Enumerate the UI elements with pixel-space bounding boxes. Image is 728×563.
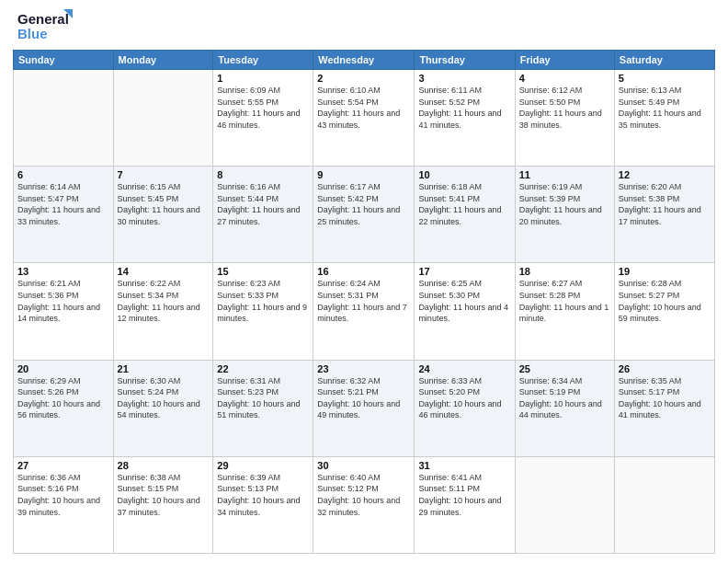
day-number: 1: [217, 73, 309, 84]
day-info: Sunrise: 6:20 AM Sunset: 5:38 PM Dayligh…: [619, 181, 711, 227]
day-number: 5: [619, 73, 711, 84]
day-info: Sunrise: 6:41 AM Sunset: 5:11 PM Dayligh…: [418, 472, 510, 518]
day-number: 2: [317, 73, 410, 84]
day-number: 29: [217, 460, 309, 471]
day-number: 17: [418, 266, 510, 277]
day-info: Sunrise: 6:32 AM Sunset: 5:21 PM Dayligh…: [317, 375, 410, 421]
week-row-1: 1Sunrise: 6:09 AM Sunset: 5:55 PM Daylig…: [14, 70, 715, 167]
day-info: Sunrise: 6:27 AM Sunset: 5:28 PM Dayligh…: [519, 278, 610, 324]
day-number: 16: [317, 266, 410, 277]
weekday-header-thursday: Thursday: [415, 51, 515, 70]
day-number: 15: [217, 266, 309, 277]
day-info: Sunrise: 6:15 AM Sunset: 5:45 PM Dayligh…: [118, 181, 210, 227]
day-info: Sunrise: 6:22 AM Sunset: 5:34 PM Dayligh…: [118, 278, 210, 324]
day-info: Sunrise: 6:12 AM Sunset: 5:50 PM Dayligh…: [519, 85, 610, 131]
day-number: 6: [17, 169, 109, 180]
calendar-cell: 7Sunrise: 6:15 AM Sunset: 5:45 PM Daylig…: [113, 167, 213, 263]
svg-text:General: General: [17, 11, 69, 27]
day-info: Sunrise: 6:13 AM Sunset: 5:49 PM Dayligh…: [619, 85, 711, 131]
day-number: 9: [317, 169, 410, 180]
day-info: Sunrise: 6:33 AM Sunset: 5:20 PM Dayligh…: [418, 375, 510, 421]
day-number: 12: [619, 169, 711, 180]
calendar-cell: 24Sunrise: 6:33 AM Sunset: 5:20 PM Dayli…: [415, 360, 515, 456]
weekday-header-row: SundayMondayTuesdayWednesdayThursdayFrid…: [14, 51, 715, 70]
day-info: Sunrise: 6:25 AM Sunset: 5:30 PM Dayligh…: [418, 278, 510, 324]
calendar-cell: [614, 456, 714, 553]
calendar-cell: 16Sunrise: 6:24 AM Sunset: 5:31 PM Dayli…: [313, 263, 415, 360]
day-number: 23: [317, 363, 410, 374]
calendar-cell: 4Sunrise: 6:12 AM Sunset: 5:50 PM Daylig…: [515, 70, 614, 167]
week-row-4: 20Sunrise: 6:29 AM Sunset: 5:26 PM Dayli…: [14, 360, 715, 456]
day-info: Sunrise: 6:31 AM Sunset: 5:23 PM Dayligh…: [217, 375, 309, 421]
calendar-cell: 25Sunrise: 6:34 AM Sunset: 5:19 PM Dayli…: [515, 360, 614, 456]
day-number: 27: [17, 460, 109, 471]
calendar-cell: 26Sunrise: 6:35 AM Sunset: 5:17 PM Dayli…: [614, 360, 714, 456]
day-info: Sunrise: 6:38 AM Sunset: 5:15 PM Dayligh…: [118, 472, 210, 518]
calendar-cell: [14, 70, 114, 167]
calendar-cell: 29Sunrise: 6:39 AM Sunset: 5:13 PM Dayli…: [213, 456, 313, 553]
calendar-cell: 8Sunrise: 6:16 AM Sunset: 5:44 PM Daylig…: [213, 167, 313, 263]
day-info: Sunrise: 6:14 AM Sunset: 5:47 PM Dayligh…: [17, 181, 109, 227]
day-number: 11: [519, 169, 610, 180]
day-number: 21: [118, 363, 210, 374]
calendar-cell: 13Sunrise: 6:21 AM Sunset: 5:36 PM Dayli…: [14, 263, 114, 360]
header: GeneralBlue: [13, 9, 715, 42]
day-info: Sunrise: 6:11 AM Sunset: 5:52 PM Dayligh…: [418, 85, 510, 131]
day-number: 8: [217, 169, 309, 180]
weekday-header-monday: Monday: [113, 51, 213, 70]
page: GeneralBlue SundayMondayTuesdayWednesday…: [0, 0, 728, 563]
calendar-cell: 10Sunrise: 6:18 AM Sunset: 5:41 PM Dayli…: [415, 167, 515, 263]
day-info: Sunrise: 6:28 AM Sunset: 5:27 PM Dayligh…: [619, 278, 711, 324]
day-number: 18: [519, 266, 610, 277]
day-number: 25: [519, 363, 610, 374]
calendar-cell: 28Sunrise: 6:38 AM Sunset: 5:15 PM Dayli…: [113, 456, 213, 553]
day-info: Sunrise: 6:10 AM Sunset: 5:54 PM Dayligh…: [317, 85, 410, 131]
logo-icon: GeneralBlue: [13, 9, 77, 42]
calendar-cell: 15Sunrise: 6:23 AM Sunset: 5:33 PM Dayli…: [213, 263, 313, 360]
calendar-cell: 12Sunrise: 6:20 AM Sunset: 5:38 PM Dayli…: [614, 167, 714, 263]
day-number: 30: [317, 460, 410, 471]
calendar-cell: 1Sunrise: 6:09 AM Sunset: 5:55 PM Daylig…: [213, 70, 313, 167]
calendar-cell: 17Sunrise: 6:25 AM Sunset: 5:30 PM Dayli…: [415, 263, 515, 360]
week-row-2: 6Sunrise: 6:14 AM Sunset: 5:47 PM Daylig…: [14, 167, 715, 263]
calendar-cell: [113, 70, 213, 167]
day-info: Sunrise: 6:16 AM Sunset: 5:44 PM Dayligh…: [217, 181, 309, 227]
day-info: Sunrise: 6:09 AM Sunset: 5:55 PM Dayligh…: [217, 85, 309, 131]
calendar-cell: 5Sunrise: 6:13 AM Sunset: 5:49 PM Daylig…: [614, 70, 714, 167]
weekday-header-friday: Friday: [515, 51, 614, 70]
day-number: 7: [118, 169, 210, 180]
day-number: 22: [217, 363, 309, 374]
day-info: Sunrise: 6:21 AM Sunset: 5:36 PM Dayligh…: [17, 278, 109, 324]
calendar-table: SundayMondayTuesdayWednesdayThursdayFrid…: [13, 50, 715, 554]
calendar-cell: 2Sunrise: 6:10 AM Sunset: 5:54 PM Daylig…: [313, 70, 415, 167]
day-number: 20: [17, 363, 109, 374]
calendar-cell: 18Sunrise: 6:27 AM Sunset: 5:28 PM Dayli…: [515, 263, 614, 360]
weekday-header-sunday: Sunday: [14, 51, 114, 70]
week-row-5: 27Sunrise: 6:36 AM Sunset: 5:16 PM Dayli…: [14, 456, 715, 553]
day-number: 10: [418, 169, 510, 180]
day-info: Sunrise: 6:24 AM Sunset: 5:31 PM Dayligh…: [317, 278, 410, 324]
logo: GeneralBlue: [13, 9, 77, 42]
day-number: 3: [418, 73, 510, 84]
calendar-cell: 31Sunrise: 6:41 AM Sunset: 5:11 PM Dayli…: [415, 456, 515, 553]
calendar-cell: 6Sunrise: 6:14 AM Sunset: 5:47 PM Daylig…: [14, 167, 114, 263]
day-info: Sunrise: 6:18 AM Sunset: 5:41 PM Dayligh…: [418, 181, 510, 227]
calendar-cell: [515, 456, 614, 553]
calendar-cell: 3Sunrise: 6:11 AM Sunset: 5:52 PM Daylig…: [415, 70, 515, 167]
day-info: Sunrise: 6:35 AM Sunset: 5:17 PM Dayligh…: [619, 375, 711, 421]
day-info: Sunrise: 6:40 AM Sunset: 5:12 PM Dayligh…: [317, 472, 410, 518]
calendar-cell: 14Sunrise: 6:22 AM Sunset: 5:34 PM Dayli…: [113, 263, 213, 360]
svg-text:Blue: Blue: [17, 26, 48, 41]
day-number: 19: [619, 266, 711, 277]
day-number: 4: [519, 73, 610, 84]
day-info: Sunrise: 6:17 AM Sunset: 5:42 PM Dayligh…: [317, 181, 410, 227]
calendar-cell: 27Sunrise: 6:36 AM Sunset: 5:16 PM Dayli…: [14, 456, 114, 553]
day-number: 26: [619, 363, 711, 374]
day-number: 13: [17, 266, 109, 277]
calendar-cell: 9Sunrise: 6:17 AM Sunset: 5:42 PM Daylig…: [313, 167, 415, 263]
weekday-header-wednesday: Wednesday: [313, 51, 415, 70]
calendar-cell: 30Sunrise: 6:40 AM Sunset: 5:12 PM Dayli…: [313, 456, 415, 553]
calendar-cell: 20Sunrise: 6:29 AM Sunset: 5:26 PM Dayli…: [14, 360, 114, 456]
day-number: 24: [418, 363, 510, 374]
calendar-cell: 11Sunrise: 6:19 AM Sunset: 5:39 PM Dayli…: [515, 167, 614, 263]
